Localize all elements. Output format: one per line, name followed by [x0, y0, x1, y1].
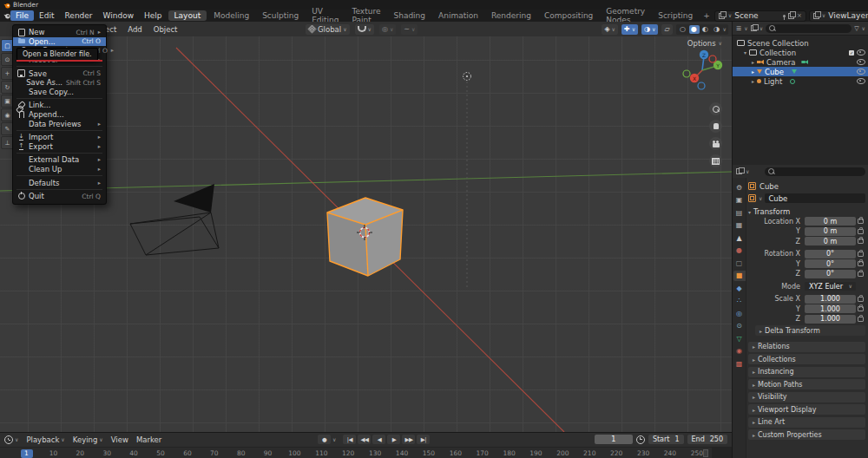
section-visibility[interactable]: ▸Visibility: [748, 392, 865, 402]
clock-icon[interactable]: [4, 435, 13, 444]
section-viewport-display[interactable]: ▸Viewport Display: [748, 404, 865, 415]
menu-item-data-previews[interactable]: Data Previews ▸: [13, 119, 106, 128]
menu-item-save[interactable]: Save Ctrl S: [13, 69, 106, 78]
show-hide-dropdown[interactable]: ◈ ∨: [602, 24, 618, 35]
falloff-dropdown[interactable]: ∼ ∨: [401, 24, 418, 35]
show-overlays-toggle[interactable]: ◑ ∨: [641, 24, 658, 35]
tab-texture-icon[interactable]: ▩: [733, 358, 746, 369]
pin-icon[interactable]: [783, 15, 786, 17]
lock-icon[interactable]: [858, 252, 864, 257]
camera-view-icon[interactable]: [709, 137, 722, 150]
display-mode-icon[interactable]: [751, 25, 757, 31]
zoom-icon[interactable]: [709, 102, 722, 115]
eye-icon[interactable]: [857, 78, 865, 84]
tab-render-icon[interactable]: ▣: [733, 195, 746, 206]
outliner-row-cube[interactable]: ▸ Cube: [733, 67, 868, 76]
shading-rendered-button[interactable]: ◑: [712, 25, 722, 34]
menu-window[interactable]: Window: [98, 10, 140, 21]
menu-item-external-data[interactable]: External Data ▸: [13, 155, 106, 165]
viewport-menu-object[interactable]: Object: [154, 25, 178, 34]
section-collections[interactable]: ▸Collections: [748, 354, 865, 364]
tab-object-data-icon[interactable]: ▽: [733, 333, 746, 344]
rotation-mode-dropdown[interactable]: XYZ Euler ∨: [805, 282, 856, 291]
shading-wireframe-button[interactable]: ○: [678, 25, 688, 34]
workspace-tab-scripting[interactable]: Scripting: [652, 10, 699, 21]
menu-edit[interactable]: Edit: [34, 10, 59, 21]
menu-item-quit[interactable]: Quit Ctrl Q: [13, 192, 106, 201]
play-button[interactable]: ▶: [387, 435, 400, 444]
properties-search-input[interactable]: [765, 167, 865, 176]
transform-orientation-dropdown[interactable]: Global ∨: [306, 24, 350, 35]
location-z-field[interactable]: 0 m: [805, 237, 856, 245]
location-x-field[interactable]: 0 m: [805, 217, 856, 226]
show-gizmo-toggle[interactable]: ✚ ∨: [621, 24, 638, 35]
end-frame-field[interactable]: End 250: [687, 435, 727, 444]
menu-item-link[interactable]: Link...: [13, 101, 106, 110]
tab-collection-icon[interactable]: ▢: [733, 258, 746, 268]
timeline-menu-marker[interactable]: Marker: [136, 435, 161, 444]
lock-icon[interactable]: [858, 297, 864, 302]
scale-z-field[interactable]: 1.000: [805, 315, 856, 324]
menu-item-append[interactable]: Append...: [13, 110, 106, 120]
workspace-tab-sculpting[interactable]: Sculpting: [256, 10, 305, 21]
snapping-toggle[interactable]: ∨: [355, 24, 374, 35]
tab-constraints-icon[interactable]: ⊙: [733, 321, 746, 331]
record-button[interactable]: ●: [318, 435, 331, 444]
lock-icon[interactable]: [858, 239, 864, 244]
timeline-menu-playback[interactable]: Playback∨: [26, 435, 64, 444]
play-reverse-button[interactable]: ◀: [372, 435, 385, 444]
menu-item-open[interactable]: Open... Ctrl O: [13, 37, 106, 47]
object-name-field[interactable]: Cube: [765, 193, 865, 203]
location-y-field[interactable]: 0 m: [805, 227, 856, 236]
lock-icon[interactable]: [858, 306, 864, 311]
filter-icon[interactable]: ▽: [854, 25, 858, 32]
viewport-menu-add[interactable]: Add: [128, 25, 141, 34]
menu-help[interactable]: Help: [139, 10, 168, 21]
xray-toggle[interactable]: ▱: [661, 24, 672, 35]
outliner-row-collection[interactable]: ▾ Collection ✓: [733, 48, 868, 57]
checkbox-icon[interactable]: ✓: [849, 50, 854, 56]
menu-item-clean-up[interactable]: Clean Up ▸: [13, 165, 106, 174]
workspace-tab-modeling[interactable]: Modeling: [207, 10, 255, 21]
eye-icon[interactable]: [857, 69, 865, 75]
viewport-options-button[interactable]: Options ∨: [683, 38, 727, 49]
disclosure-open-icon[interactable]: ▾: [744, 49, 746, 56]
prev-keyframe-button[interactable]: ◀◀: [358, 435, 371, 444]
menu-render[interactable]: Render: [60, 10, 98, 21]
viewport-canvas[interactable]: ▢ ⊙ + ↻ ▣ ◉ ✎ ⊥ Z Y X: [0, 36, 732, 432]
section-instancing[interactable]: ▸Instancing: [748, 367, 865, 377]
tab-modifiers-icon[interactable]: ◆: [733, 283, 746, 293]
workspace-tab-animation[interactable]: Animation: [432, 10, 484, 21]
workspace-tab-layout[interactable]: Layout: [168, 10, 207, 21]
eye-icon[interactable]: [857, 59, 865, 65]
camera-object[interactable]: [130, 184, 219, 255]
outliner-search-input[interactable]: [766, 24, 852, 33]
editor-type-icon[interactable]: ☰: [736, 25, 741, 32]
menu-item-save-copy[interactable]: Save Copy...: [13, 88, 106, 97]
navigation-gizmo[interactable]: Z Y X: [681, 47, 727, 92]
timeline-ruler[interactable]: 1 10 20 30 40 50 60 70 80 90 100 110 120…: [0, 447, 732, 458]
section-delta-transform[interactable]: ▸ Delta Transform: [755, 325, 865, 336]
menu-item-import[interactable]: ↓ Import ▸: [13, 133, 106, 142]
tab-output-icon[interactable]: ▤: [733, 207, 746, 218]
section-relations[interactable]: ▸Relations: [748, 342, 865, 352]
scene-selector[interactable]: ∨ Scene ×: [714, 10, 806, 22]
tab-particles-icon[interactable]: ∴: [733, 296, 746, 306]
lock-icon[interactable]: [858, 229, 864, 234]
viewport-3d[interactable]: Select Add Object Global ∨ ∨ ◎ ∨: [0, 22, 732, 432]
tab-physics-icon[interactable]: ◎: [733, 308, 746, 318]
menu-file[interactable]: File: [10, 10, 34, 21]
tab-material-icon[interactable]: ◉: [733, 346, 746, 357]
shading-material-button[interactable]: ◐: [700, 25, 711, 34]
light-object[interactable]: [464, 73, 471, 81]
new-scene-icon[interactable]: [788, 13, 794, 19]
menu-item-export[interactable]: ↑ Export ▸: [13, 142, 106, 152]
current-frame-field[interactable]: 1: [595, 435, 633, 444]
outliner-row-camera[interactable]: ▸ Camera: [733, 57, 868, 67]
outliner-row-light[interactable]: ▸ Light: [733, 76, 868, 86]
blender-app-menu[interactable]: [3, 11, 10, 21]
timeline-menu-keying[interactable]: Keying∨: [73, 435, 103, 444]
tab-world-icon[interactable]: ●: [733, 245, 746, 256]
add-workspace-button[interactable]: +: [699, 11, 714, 20]
proportional-editing-toggle[interactable]: ◎ ∨: [379, 24, 396, 35]
